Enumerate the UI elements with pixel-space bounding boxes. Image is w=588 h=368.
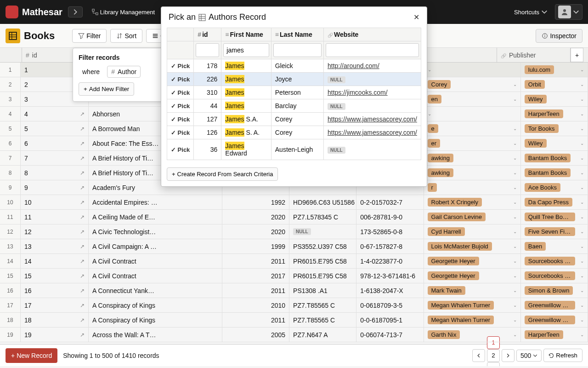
chevron-down-icon[interactable]: ⌄ (513, 126, 517, 131)
website-link[interactable]: https://jimcooks.com/ (328, 89, 388, 96)
title-cell[interactable]: A Civil Contract (89, 269, 222, 283)
open-record-icon[interactable]: ↗ (80, 126, 85, 132)
modal-result-row[interactable]: ✓ Pick126James S. A.Coreyhttps://www.jam… (167, 126, 421, 139)
chevron-down-icon[interactable]: ⌄ (580, 317, 584, 322)
modal-result-row[interactable]: ✓ Pick44JamesBarclayNULL (167, 99, 421, 113)
website-link[interactable]: http://around.com/ (328, 62, 379, 69)
chevron-down-icon[interactable]: ⌄ (580, 214, 584, 219)
table-row[interactable]: 1818↗A Conspiracy of Kings2011PZ7.T85565… (0, 313, 588, 328)
author-cell[interactable]: ⌄ (424, 63, 521, 77)
chevron-down-icon[interactable]: ⌄ (428, 67, 431, 72)
author-cell[interactable]: Gail Carson Levine⌄ (424, 210, 521, 224)
modal-result-row[interactable]: ✓ Pick36James EdwardAusten-LeighNULL (167, 139, 421, 160)
chevron-down-icon[interactable]: ⌄ (513, 273, 517, 278)
id-cell[interactable]: 13↗ (21, 239, 89, 253)
page-button-3[interactable]: 3 (487, 362, 500, 367)
chevron-down-icon[interactable]: ⌄ (513, 214, 517, 219)
database-button[interactable]: Library Management (88, 7, 158, 17)
chevron-down-icon[interactable]: ⌄ (580, 303, 584, 308)
callno-cell[interactable]: PZ7.L578345 C (289, 210, 356, 224)
callno-cell[interactable]: NULL (289, 224, 356, 239)
title-cell[interactable]: A Ceiling Made of E… (89, 210, 222, 224)
add-filter-button[interactable]: + Add New Filter (79, 82, 134, 96)
author-cell[interactable]: awking⌄ (424, 166, 521, 180)
isbn-cell[interactable]: 0-06074-713-7 (356, 328, 424, 342)
chevron-down-icon[interactable]: ⌄ (513, 303, 517, 308)
title-cell[interactable]: A Civil Contract (89, 254, 222, 268)
chevron-down-icon[interactable]: ⌄ (580, 170, 584, 175)
isbn-cell[interactable]: 0-0-6187095-1 (356, 313, 424, 327)
modal-col-last[interactable]: Last Name (271, 28, 323, 41)
id-cell[interactable]: 6↗ (21, 136, 89, 150)
table-row[interactable]: 1515↗A Civil Contract2017PR6015.E795 C58… (0, 269, 588, 283)
callno-cell[interactable]: PZ7.T85565 C (289, 298, 356, 312)
chevron-down-icon[interactable]: ⌄ (513, 185, 517, 190)
modal-close-button[interactable]: ✕ (413, 13, 419, 22)
callno-cell[interactable]: PR6015.E795 C58 (289, 269, 356, 283)
db-nav-button[interactable] (68, 6, 83, 17)
chevron-down-icon[interactable]: ⌄ (513, 317, 517, 322)
callno-cell[interactable]: 2020 (222, 224, 289, 239)
publisher-cell[interactable]: Five Seven Five…⌄ (521, 224, 588, 239)
callno-cell[interactable]: 2017 (222, 269, 289, 283)
isbn-cell[interactable]: 173-52865-0-8 (356, 224, 424, 239)
id-cell[interactable]: 14↗ (21, 254, 89, 268)
id-cell[interactable]: 11↗ (21, 210, 89, 224)
search-id-input[interactable] (196, 43, 219, 57)
filter-field-select[interactable]: Author (107, 66, 141, 78)
id-cell[interactable]: 10↗ (21, 195, 89, 209)
id-cell[interactable]: 8↗ (21, 166, 89, 180)
publisher-cell[interactable]: HarperTeen⌄ (521, 328, 588, 342)
author-cell[interactable]: Robert X Cringely⌄ (424, 195, 521, 209)
table-row[interactable]: 1212↗A Civic Technologist…2020NULL173-52… (0, 224, 588, 239)
pick-button[interactable]: ✓ Pick (171, 116, 190, 123)
author-cell[interactable]: Georgette Heyer⌄ (424, 269, 521, 283)
modal-col-id[interactable]: id (194, 28, 221, 41)
pick-button[interactable]: ✓ Pick (171, 76, 190, 83)
open-record-icon[interactable]: ↗ (80, 199, 85, 206)
chevron-down-icon[interactable]: ⌄ (513, 229, 517, 234)
modal-result-row[interactable]: ✓ Pick127James S.A.Coreyhttps://www.jame… (167, 113, 421, 126)
author-cell[interactable]: e⌄ (424, 121, 521, 136)
chevron-down-icon[interactable]: ⌄ (513, 141, 517, 146)
chevron-down-icon[interactable]: ⌄ (580, 111, 584, 116)
callno-cell[interactable]: 2010 (222, 298, 289, 312)
open-record-icon[interactable]: ↗ (80, 140, 85, 147)
chevron-down-icon[interactable]: ⌄ (580, 82, 584, 87)
publisher-cell[interactable]: Ace Books⌄ (521, 180, 588, 195)
publisher-column-header[interactable]: Publisher (497, 48, 571, 62)
open-record-icon[interactable]: ↗ (80, 184, 85, 191)
open-record-icon[interactable]: ↗ (80, 273, 85, 279)
inspector-button[interactable]: Inspector (536, 29, 582, 43)
author-cell[interactable]: r⌄ (424, 180, 521, 195)
filter-button[interactable]: Filter (72, 29, 107, 43)
publisher-cell[interactable]: Wiley⌄ (521, 136, 588, 150)
sort-button[interactable]: Sort (110, 29, 142, 43)
page-size-select[interactable]: 500 (516, 350, 542, 362)
callno-cell[interactable]: 2005 (222, 328, 289, 342)
user-menu-button[interactable] (555, 4, 582, 20)
open-record-icon[interactable]: ↗ (80, 214, 85, 220)
new-record-button[interactable]: + New Record (6, 348, 57, 363)
chevron-down-icon[interactable]: ⌄ (513, 259, 517, 264)
author-cell[interactable]: awking⌄ (424, 151, 521, 165)
callno-cell[interactable]: HD9696.C63 U51586 (289, 195, 356, 209)
publisher-cell[interactable]: Bantam Books⌄ (521, 166, 588, 180)
chevron-down-icon[interactable]: ⌄ (580, 155, 584, 161)
publisher-cell[interactable]: Greenwillow Bo…⌄ (521, 298, 588, 312)
chevron-down-icon[interactable]: ⌄ (580, 288, 584, 293)
modal-col-website[interactable]: Website (323, 28, 421, 41)
shortcuts-button[interactable]: Shortcuts (510, 7, 551, 17)
chevron-down-icon[interactable]: ⌄ (513, 332, 517, 337)
chevron-down-icon[interactable]: ⌄ (580, 141, 584, 146)
table-row[interactable]: 1919↗Across the Wall: A T…2005PZ7.N647 A… (0, 328, 588, 342)
callno-cell[interactable]: 1999 (222, 239, 289, 253)
isbn-cell[interactable]: 0-67-157827-8 (356, 239, 424, 253)
publisher-cell[interactable]: HarperTeen⌄ (521, 107, 588, 121)
chevron-down-icon[interactable]: ⌄ (580, 67, 584, 72)
open-record-icon[interactable]: ↗ (80, 258, 85, 264)
pick-button[interactable]: ✓ Pick (171, 103, 190, 109)
title-cell[interactable]: A Civic Technologist… (89, 224, 222, 239)
open-record-icon[interactable]: ↗ (80, 111, 85, 117)
publisher-cell[interactable]: Orbit⌄ (521, 77, 588, 92)
